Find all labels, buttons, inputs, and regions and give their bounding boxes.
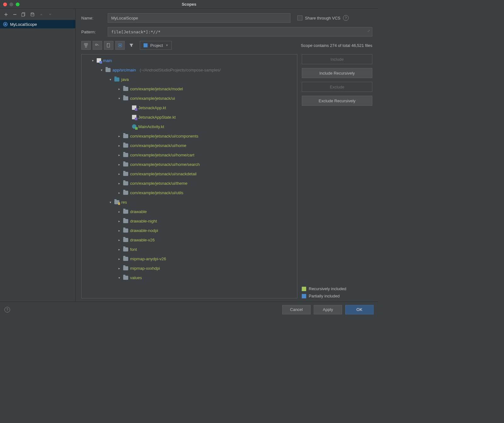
- chevron-right-icon[interactable]: ▸: [117, 209, 121, 214]
- move-down-icon: [47, 11, 54, 18]
- chevron-right-icon[interactable]: ▸: [117, 181, 121, 185]
- folder-icon: [123, 181, 128, 185]
- tree-node[interactable]: JetsnackAppState.kt: [82, 112, 297, 122]
- folder-icon: [123, 162, 128, 166]
- chevron-right-icon[interactable]: ▸: [117, 162, 121, 166]
- include-recursively-button[interactable]: Include Recursively: [302, 68, 372, 78]
- group-by-icon[interactable]: [93, 41, 102, 50]
- folder-icon: [123, 153, 128, 157]
- add-scope-icon[interactable]: [3, 11, 9, 18]
- tree-node[interactable]: ▸com/example/jetsnack/ui/home/search: [82, 160, 297, 169]
- tree-node-label: main: [103, 58, 112, 63]
- tree-node[interactable]: ▸mipmap-anydpi-v26: [82, 254, 297, 263]
- chevron-down-icon[interactable]: ▾: [108, 77, 112, 82]
- tree-node-label: com/example/jetsnack/ui/components: [130, 134, 198, 138]
- show-files-icon[interactable]: [81, 41, 91, 50]
- folder-icon: [123, 228, 128, 233]
- cancel-button[interactable]: Cancel: [282, 305, 311, 314]
- tree-node[interactable]: ▾res: [82, 197, 297, 207]
- scope-selector-dropdown[interactable]: Project ▼: [140, 41, 172, 50]
- file-tree[interactable]: ▾main▾app/src/main(~/AndroidStudioProjec…: [81, 54, 297, 298]
- name-label: Name:: [81, 16, 104, 20]
- tree-node[interactable]: ▸com/example/jetsnack/model: [82, 84, 297, 93]
- chevron-right-icon[interactable]: ▸: [117, 219, 121, 223]
- chevron-right-icon[interactable]: ▸: [117, 87, 121, 91]
- tree-node[interactable]: ▾com/example/jetsnack/ui: [82, 93, 297, 103]
- tree-node[interactable]: ▸drawable: [82, 207, 297, 216]
- chevron-right-icon[interactable]: ▸: [117, 153, 121, 157]
- share-vcs-checkbox[interactable]: [297, 15, 302, 20]
- close-window-icon[interactable]: [3, 3, 7, 6]
- tree-node[interactable]: ▾values: [82, 273, 297, 282]
- chevron-right-icon[interactable]: ▸: [117, 228, 121, 233]
- tree-node[interactable]: ▸com/example/jetsnack/ui/components: [82, 131, 297, 141]
- help-button[interactable]: ?: [4, 307, 10, 313]
- svg-rect-1: [22, 13, 24, 16]
- source-folder-icon: [114, 77, 119, 82]
- tree-node[interactable]: ▸com/example/jetsnack/ui/snackdetail: [82, 169, 297, 178]
- chevron-right-icon[interactable]: ▸: [117, 247, 121, 251]
- exclude-button[interactable]: Exclude: [302, 82, 372, 92]
- help-icon[interactable]: ?: [343, 15, 349, 21]
- tree-node[interactable]: ▸com/example/jetsnack/ui/utils: [82, 188, 297, 197]
- save-scope-icon[interactable]: [29, 11, 36, 18]
- tree-node[interactable]: ▸com/example/jetsnack/ui/theme: [82, 178, 297, 188]
- legend-partial-label: Partially included: [309, 294, 340, 298]
- chevron-right-icon[interactable]: ▸: [117, 238, 121, 242]
- pattern-label: Pattern:: [81, 30, 104, 34]
- chevron-right-icon[interactable]: ▸: [117, 257, 121, 261]
- chevron-down-icon[interactable]: ▾: [108, 200, 112, 204]
- include-button[interactable]: Include: [302, 54, 372, 64]
- tree-node-label: com/example/jetsnack/ui/theme: [130, 181, 187, 186]
- chevron-right-icon[interactable]: ▸: [117, 143, 121, 148]
- tree-node[interactable]: ▸drawable-v26: [82, 235, 297, 245]
- chevron-down-icon[interactable]: ▾: [117, 275, 121, 280]
- name-input[interactable]: [108, 13, 290, 23]
- ok-button[interactable]: OK: [345, 305, 374, 314]
- legend-partial-swatch: [302, 294, 306, 298]
- tree-node[interactable]: ▸mipmap-xxxhdpi: [82, 263, 297, 273]
- tree-node[interactable]: ▾java: [82, 75, 297, 84]
- chevron-right-icon[interactable]: ▸: [117, 266, 121, 270]
- minimize-window-icon: [9, 3, 13, 6]
- chevron-down-icon[interactable]: ▾: [90, 58, 95, 63]
- tree-node-label: MainActivity.kt: [138, 124, 164, 129]
- copy-scope-icon[interactable]: [20, 11, 27, 18]
- tree-node[interactable]: ▸com/example/jetsnack/ui/home/cart: [82, 150, 297, 160]
- folder-icon: [123, 276, 128, 280]
- maximize-window-icon[interactable]: [16, 3, 20, 6]
- local-scope-icon: [3, 22, 8, 26]
- apply-button[interactable]: Apply: [314, 305, 342, 314]
- legend: Recursively included Partially included: [302, 284, 372, 298]
- tree-node[interactable]: ▾main: [82, 56, 297, 65]
- pattern-input[interactable]: file[Jetsnack*]:*//* ⤢: [108, 27, 372, 37]
- svg-rect-3: [84, 43, 86, 45]
- tree-node-label: drawable: [130, 209, 147, 214]
- folder-icon: [123, 191, 128, 195]
- chevron-down-icon[interactable]: ▾: [117, 96, 121, 100]
- tree-node-label: drawable-v26: [130, 238, 155, 242]
- folder-icon: [123, 172, 128, 176]
- exclude-recursively-button[interactable]: Exclude Recursively: [302, 96, 372, 106]
- expand-icon[interactable]: ⤢: [367, 29, 370, 33]
- legend-recursive-swatch: [302, 287, 306, 291]
- remove-scope-icon[interactable]: [11, 11, 18, 18]
- chevron-right-icon[interactable]: ▸: [117, 190, 121, 195]
- tree-node[interactable]: ▸drawable-nodpi: [82, 226, 297, 235]
- tree-node-label: com/example/jetsnack/ui/home: [130, 143, 186, 148]
- show-included-icon[interactable]: [104, 41, 113, 50]
- chevron-down-icon[interactable]: ▾: [99, 68, 104, 72]
- tree-node[interactable]: JetsnackApp.kt: [82, 103, 297, 112]
- tree-node[interactable]: MainActivity.kt: [82, 122, 297, 131]
- folder-icon: [123, 266, 128, 270]
- filter-icon[interactable]: [127, 41, 136, 50]
- tree-node[interactable]: ▸font: [82, 245, 297, 254]
- scope-icon[interactable]: [115, 41, 125, 50]
- tree-node-label: drawable-night: [130, 219, 157, 223]
- chevron-right-icon[interactable]: ▸: [117, 172, 121, 176]
- chevron-right-icon[interactable]: ▸: [117, 134, 121, 138]
- tree-node[interactable]: ▸com/example/jetsnack/ui/home: [82, 141, 297, 150]
- tree-node[interactable]: ▸drawable-night: [82, 216, 297, 226]
- tree-node[interactable]: ▾app/src/main(~/AndroidStudioProjects/co…: [82, 65, 297, 75]
- scope-list-item[interactable]: MyLocalScope: [0, 20, 75, 28]
